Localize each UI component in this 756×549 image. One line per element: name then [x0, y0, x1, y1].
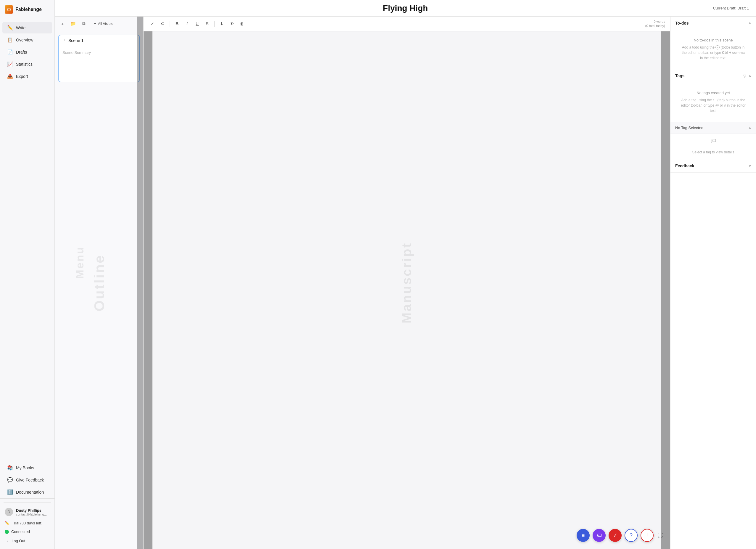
- todos-header[interactable]: To-dos ∧: [670, 17, 756, 30]
- scene-card[interactable]: ⋮ Scene 1 Scene Summary: [58, 35, 140, 82]
- underline-icon: U: [196, 21, 199, 26]
- todos-empty-title: No to-dos in this scene: [680, 38, 747, 42]
- outline-toolbar: + 📁 ⧉ ▼ All Visible: [55, 17, 143, 31]
- delete-button[interactable]: 🗑: [238, 20, 246, 28]
- tags-header[interactable]: Tags ▽ ∧: [670, 69, 756, 82]
- feedback-header[interactable]: Feedback ∨: [670, 159, 756, 172]
- tags-section: Tags ▽ ∧ No tags created yet Add a tag u…: [670, 69, 756, 122]
- fab-check-button[interactable]: ✓: [609, 529, 622, 542]
- scene-card-header: ⋮ Scene 1: [59, 35, 139, 46]
- sidebar-item-label: Overview: [16, 38, 33, 42]
- sidebar-bottom-nav: 📚 My Books 💬 Give Feedback ℹ️ Documentat…: [0, 461, 54, 498]
- user-name: Dusty Phillips: [16, 508, 47, 513]
- preview-button[interactable]: 👁: [228, 20, 236, 28]
- fab-alert-button[interactable]: !: [641, 529, 654, 542]
- italic-button[interactable]: I: [183, 20, 191, 28]
- tags-filter-button[interactable]: ▽: [743, 74, 746, 78]
- fab-alert-icon: !: [646, 532, 648, 539]
- download-button[interactable]: ⬇: [218, 20, 226, 28]
- sidebar-header: ⬡ Fablehenge: [0, 0, 54, 19]
- docs-icon: ℹ️: [7, 489, 13, 495]
- sidebar-item-drafts[interactable]: 📄 Drafts: [2, 46, 52, 58]
- sidebar-item-documentation[interactable]: ℹ️ Documentation: [2, 486, 52, 498]
- tag-button[interactable]: 🏷: [158, 20, 167, 28]
- scene-summary-area[interactable]: Scene Summary: [59, 46, 139, 82]
- logout-button[interactable]: → Log Out: [0, 536, 54, 545]
- expand-icon: ⛶: [658, 532, 663, 538]
- right-sidebar: Sidebar To-dos ∧ No to-dos in this scene…: [670, 17, 756, 549]
- draft-label: Current Draft: Draft 1: [713, 6, 749, 10]
- trial-info: ✏️ Trial (30 days left): [0, 519, 54, 527]
- sidebar-item-export[interactable]: 📤 Export: [2, 70, 52, 82]
- copy-button[interactable]: ⧉: [80, 20, 88, 28]
- connection-status: Connected: [0, 527, 54, 536]
- bold-button[interactable]: B: [173, 20, 181, 28]
- no-tag-title: No Tag Selected: [675, 125, 703, 130]
- strikethrough-button[interactable]: S: [203, 20, 211, 28]
- tags-empty-desc: Add a tag using the 🏷 (tag) button in th…: [680, 97, 747, 113]
- strikethrough-icon: S: [206, 21, 208, 26]
- sidebar-item-statistics[interactable]: 📈 Statistics: [2, 58, 52, 70]
- drag-handle[interactable]: ⋮: [62, 38, 66, 43]
- app-logo[interactable]: ⬡ Fablehenge: [0, 0, 54, 19]
- fab-tag-button[interactable]: 🏷: [593, 529, 606, 542]
- outline-panel: Outline Menu + 📁 ⧉ ▼ All Visible: [55, 17, 144, 549]
- fab-expand-button[interactable]: ⛶: [657, 531, 664, 540]
- sidebar-item-overview[interactable]: 📋 Overview: [2, 34, 52, 46]
- scene-summary-placeholder: Scene Summary: [62, 50, 91, 55]
- trial-label: Trial (30 days left): [12, 521, 43, 525]
- statistics-icon: 📈: [7, 61, 13, 67]
- sidebar-item-write[interactable]: ✏️ Write: [2, 22, 52, 33]
- tags-collapse-button[interactable]: ∧: [749, 74, 751, 78]
- panels-container: Outline Menu + 📁 ⧉ ▼ All Visible: [55, 17, 756, 549]
- filter-button[interactable]: ▼ All Visible: [90, 20, 116, 27]
- folder-icon: 📁: [70, 21, 76, 26]
- tags-empty-title: No tags created yet: [680, 91, 747, 95]
- export-icon: 📤: [7, 73, 13, 79]
- manuscript-panel: Manuscript ✓ 🏷 B I U: [144, 17, 670, 549]
- trial-icon: ✏️: [5, 521, 9, 525]
- copy-icon: ⧉: [82, 21, 86, 26]
- sidebar-item-give-feedback[interactable]: 💬 Give Feedback: [2, 474, 52, 486]
- no-tag-content: 🏷 Select a tag to view details: [670, 134, 756, 159]
- scene-title: Scene 1: [68, 38, 136, 43]
- logout-icon: →: [5, 539, 9, 543]
- add-scene-button[interactable]: +: [58, 20, 67, 28]
- trash-icon: 🗑: [240, 21, 244, 26]
- word-count-value: 0 words: [645, 20, 665, 24]
- feedback-collapse-button[interactable]: ∨: [749, 164, 751, 168]
- user-info[interactable]: D Dusty Phillips contact@fableheng...: [0, 505, 54, 519]
- user-details: Dusty Phillips contact@fableheng...: [16, 508, 47, 516]
- manuscript-toolbar: ✓ 🏷 B I U S ⬇: [144, 17, 670, 31]
- todo-button[interactable]: ✓: [148, 20, 157, 28]
- check-circle-icon: ✓: [151, 21, 154, 26]
- top-bar: Flying High Current Draft: Draft 1: [55, 0, 756, 17]
- no-tag-collapse-button[interactable]: ∧: [749, 126, 751, 130]
- connected-dot: [5, 530, 9, 534]
- overview-icon: 📋: [7, 37, 13, 43]
- tags-content: No tags created yet Add a tag using the …: [670, 82, 756, 122]
- toolbar-separator-2: [214, 21, 215, 27]
- no-tag-header[interactable]: No Tag Selected ∧: [670, 122, 756, 134]
- fab-check-icon: ✓: [613, 532, 617, 539]
- todo-inline-icon: ✓: [715, 45, 720, 49]
- add-folder-button[interactable]: 📁: [69, 20, 77, 28]
- tag-icon: 🏷: [160, 21, 165, 26]
- todos-content: No to-dos in this scene Add a todo using…: [670, 30, 756, 69]
- feedback-section: Feedback ∨: [670, 159, 756, 173]
- sidebar-item-my-books[interactable]: 📚 My Books: [2, 462, 52, 474]
- todos-collapse-button[interactable]: ∧: [749, 21, 751, 25]
- manuscript-content[interactable]: [144, 31, 670, 549]
- tags-title: Tags: [675, 73, 685, 78]
- fab-list-button[interactable]: ≡: [577, 529, 590, 542]
- underline-button[interactable]: U: [193, 20, 201, 28]
- select-tag-text: Select a tag to view details: [670, 148, 756, 159]
- todos-empty-desc: Add a todo using the ✓ (todo) button in …: [680, 45, 747, 61]
- sidebar-item-label: Export: [16, 74, 28, 79]
- tags-empty-state: No tags created yet Add a tag using the …: [675, 86, 751, 118]
- todos-section: To-dos ∧ No to-dos in this scene Add a t…: [670, 17, 756, 69]
- connection-label: Connected: [11, 529, 30, 534]
- fab-question-button[interactable]: ?: [625, 529, 638, 542]
- book-title: Flying High: [383, 4, 428, 13]
- toolbar-separator: [170, 21, 170, 27]
